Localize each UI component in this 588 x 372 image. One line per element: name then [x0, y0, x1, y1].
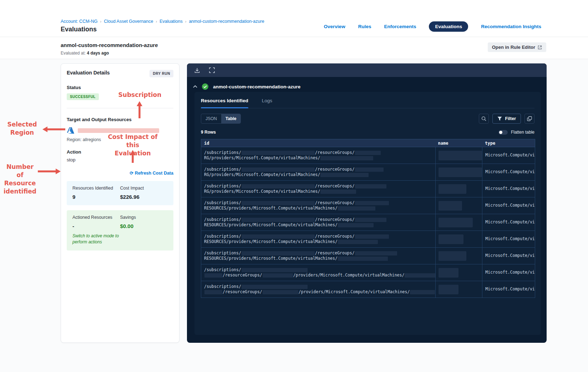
id-text: RESOURCES/providers/Microsoft.Compute/vi…: [204, 206, 338, 211]
view-json-button[interactable]: JSON: [201, 114, 221, 123]
id-text: /subscriptions/: [204, 150, 241, 155]
id-text: /subscriptions/: [204, 200, 241, 205]
annotation-arrow-cost-impact: [130, 150, 136, 163]
redacted-name: [439, 218, 473, 227]
tab-resources-identified[interactable]: Resources Identified: [201, 98, 248, 108]
resources-identified-value: 9: [72, 194, 120, 200]
tab-logs[interactable]: Logs: [262, 98, 272, 108]
id-text: RESOURCES/providers/Microsoft.Compute/vi…: [204, 239, 338, 244]
annotation-resources-identified: Number of Resource identified: [2, 163, 38, 196]
redacted-value: [242, 151, 315, 155]
cell-name: [435, 147, 482, 164]
page-header: Account: CCM-NG › Cloud Asset Governance…: [0, 0, 588, 37]
tab-recommendation-insights[interactable]: Recommendation Insights: [481, 24, 541, 29]
column-header-id: id: [201, 141, 435, 146]
resource-id-line: RESOURCES/providers/Microsoft.Compute/vi…: [204, 206, 435, 211]
cell-type: Microsoft.Compute/virtu: [482, 147, 535, 164]
redacted-value: [355, 234, 389, 239]
resource-type-value: Microsoft.Compute/virtu: [485, 267, 535, 275]
chevron-right-icon: ›: [156, 19, 157, 24]
breadcrumb-evaluations[interactable]: Evaluations: [159, 19, 183, 24]
annotation-selected-region-line2: Region: [4, 129, 40, 137]
view-toggle: JSON Table: [201, 114, 241, 124]
resource-id-line: /resourceGroups//providers/Microsoft.Com…: [204, 273, 435, 278]
cell-id: /subscriptions//resourceGroups/RG/provid…: [201, 181, 435, 197]
redacted-value: [242, 285, 308, 289]
filter-button[interactable]: Filter: [492, 114, 521, 124]
dry-run-badge: DRY RUN: [149, 70, 173, 77]
redacted-value: [263, 290, 298, 294]
tab-overview[interactable]: Overview: [324, 24, 345, 29]
savings-value: $0.00: [120, 223, 168, 229]
refresh-cost-data-link[interactable]: ⟳ Refresh Cost Data: [130, 171, 173, 176]
redacted-name: [439, 201, 462, 211]
actioned-savings-box: Actioned Resources - Savings $0.00 Switc…: [67, 210, 173, 250]
redacted-value: [320, 156, 373, 160]
id-text: /subscriptions/: [204, 267, 241, 272]
cell-name: [435, 231, 482, 247]
table-row: /subscriptions//resourceGroups/RESOURCES…: [201, 248, 535, 264]
id-text: RESOURCES/providers/Microsoft.Compute/vi…: [204, 222, 338, 227]
search-button[interactable]: [479, 114, 489, 124]
redacted-value: [320, 173, 369, 177]
copy-button[interactable]: [524, 114, 534, 124]
open-rule-editor-button[interactable]: Open in Rule Editor: [488, 42, 546, 52]
download-button[interactable]: [194, 67, 200, 73]
cell-name: [435, 281, 482, 298]
redacted-value: [355, 167, 384, 172]
redacted-value: [204, 273, 222, 278]
tab-rules[interactable]: Rules: [358, 24, 371, 29]
switch-mode-note: Switch to active mode to perform actions: [72, 233, 131, 245]
annotation-arrow-subscription: [137, 101, 142, 118]
breadcrumb-governance[interactable]: Cloud Asset Governance: [104, 19, 153, 24]
table-header: id name type: [201, 139, 535, 147]
savings-label: Savings: [120, 215, 168, 220]
success-check-icon: [202, 83, 208, 90]
target-resources-label: Target and Output Resources: [67, 117, 173, 122]
table-row: /subscriptions//resourceGroups/RG/provid…: [201, 164, 535, 181]
redacted-value: [338, 257, 388, 261]
id-text: /resourceGroups/: [315, 250, 355, 255]
id-text: /subscriptions/: [204, 217, 241, 222]
redacted-value: [242, 251, 315, 255]
column-header-name: name: [435, 141, 482, 146]
cell-type: Microsoft.Compute/virtu: [482, 214, 535, 231]
status-label: Status: [67, 85, 173, 90]
cell-name: [435, 248, 482, 264]
search-icon: [481, 116, 486, 121]
view-table-button[interactable]: Table: [221, 114, 240, 123]
annotation-selected-region: Selected Region: [4, 120, 40, 137]
resource-type-value: Microsoft.Compute/virtu: [485, 167, 535, 175]
collapse-button[interactable]: [193, 85, 197, 88]
fullscreen-button[interactable]: [209, 67, 215, 73]
flatten-table-label: Flatten table: [511, 130, 534, 135]
redacted-value: [242, 184, 315, 188]
evaluation-subheader: anmol-custom-recommendation-azure Evalua…: [0, 37, 588, 59]
redacted-value: [242, 167, 315, 172]
table-row: /subscriptions//resourceGroups/RG/provid…: [201, 181, 535, 197]
id-text: /resourceGroups/: [223, 273, 262, 278]
redacted-value: [242, 234, 315, 239]
resource-id-line: RG/providers/Microsoft.Compute/virtualMa…: [204, 155, 435, 161]
results-toolbar: [187, 63, 547, 77]
resource-type-value: Microsoft.Compute/virtu: [485, 234, 535, 242]
resource-type-value: Microsoft.Compute/virtu: [485, 200, 535, 208]
annotation-selected-region-line1: Selected: [4, 120, 40, 129]
resource-id-line: /subscriptions//resourceGroups/: [204, 250, 435, 256]
resource-id-line: RG/providers/Microsoft.Compute/virtualMa…: [204, 189, 435, 194]
divider: [67, 108, 173, 108]
results-title: anmol-custom-recommendation-azure: [213, 84, 300, 89]
breadcrumb-account[interactable]: Account: CCM-NG: [61, 19, 98, 24]
tab-evaluations[interactable]: Evaluations: [429, 21, 468, 32]
tab-enforcements[interactable]: Enforcements: [384, 24, 416, 29]
resource-id-line: /subscriptions//resourceGroups/: [204, 200, 435, 206]
cell-id: /subscriptions//resourceGroups/RESOURCES…: [201, 248, 435, 264]
resource-type-value: Microsoft.Compute/virtu: [485, 250, 535, 258]
results-card: Resources Identified Logs JSON Table: [194, 92, 541, 335]
resource-id-line: /subscriptions//resourceGroups/: [204, 150, 435, 155]
redacted-value: [242, 201, 315, 205]
annotation-resources-line1: Number of: [2, 163, 38, 179]
details-title: Evaluation Details: [67, 70, 110, 76]
refresh-cost-label: Refresh Cost Data: [135, 171, 173, 176]
flatten-table-toggle[interactable]: Flatten table: [498, 130, 534, 135]
